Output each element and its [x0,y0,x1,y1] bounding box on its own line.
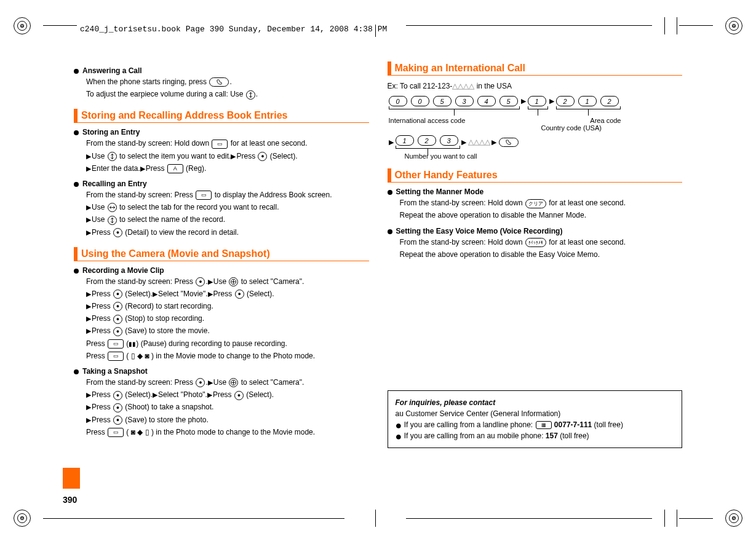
group-intl-access: 0 0 5 3 4 5 [389,96,520,109]
memo-key-icon: ｸｲｯｸﾒﾓ [525,238,546,247]
sub-voice-memo: Setting the Easy Voice Memo (Voice Recor… [388,227,683,235]
leftright-key-icon [108,203,117,212]
sub-title: Storing an Entry [82,128,140,136]
digit-key: 3 [440,135,458,146]
crop-line [664,17,665,34]
group-area-code: 2 1 2 [556,96,621,109]
body-text: ▶Press ● (Save) to store the movie. [86,325,369,337]
sub-storing-entry: Storing an Entry [74,128,369,136]
label-number-to-call: Number you want to call [405,152,683,160]
section-camera: Using the Camera (Movie and Snapshot) [74,247,369,261]
registration-mark-icon [725,17,742,34]
triangle-placeholder-icon: △△△△ [452,82,474,90]
updown-key-icon [108,152,117,161]
inquiries-sub: au Customer Service Center (General Info… [396,408,675,419]
sub-title: Recording a Movie Clip [82,266,164,275]
body-text: When the phone starts ringing, press . [86,76,369,88]
digit-key: 5 [433,96,452,106]
group-country-code: 1 [528,96,548,109]
center-key-icon: ● [258,152,267,161]
sub-title: Taking a Snapshot [82,367,148,376]
body-text: From the stand-by screen: Hold down ▭ fo… [86,138,369,149]
diamond-icon: ◆ [137,428,143,436]
addressbook-key-icon: ▭ [108,352,124,361]
inquiries-box: For inquiries, please contact au Custome… [388,390,683,448]
page-number: 390 [63,495,77,505]
sub-title: Setting the Easy Voice Memo (Voice Recor… [396,227,563,235]
nav-key-icon [229,378,238,387]
page-content: Answering a Call When the phone starts r… [74,61,682,495]
side-tab-label: 簡易英語 [67,463,76,465]
nav-key-icon [229,277,238,286]
crop-line [679,25,713,26]
pause-icon: ▮▮ [129,341,136,347]
body-text: ▶Press ● (Save) to store the photo. [86,414,369,426]
section-other-features: Other Handy Features [388,168,683,183]
body-text: From the stand-by screen: Press ▭ to dis… [86,189,369,201]
movie-icon: ▯ [131,352,135,360]
center-key-icon: ● [234,391,244,400]
body-text: ▶Press ● (Select).▶Select "Photo".▶Press… [86,389,369,401]
center-key-icon: ● [113,327,122,336]
body-text: ▶Press ● (Shoot) to take a snapshot. [86,401,369,413]
digit-key: 1 [396,135,414,146]
freecall-icon: ▦ [536,421,552,429]
digit-key: 2 [418,135,436,146]
call-key-icon [499,138,519,147]
page-header-meta: c240_j_torisetsu.book Page 390 Sunday, D… [80,25,387,34]
triangle-placeholder-icon: △△△△ [468,138,490,146]
center-key-icon: ● [196,277,205,286]
left-column: Answering a Call When the phone starts r… [74,61,369,495]
body-text: ▶Press ● (Record) to start recording. [86,301,369,312]
addressbook-key-icon: ▭ [212,140,228,149]
digit-key: 0 [411,96,429,106]
crop-line [677,510,677,527]
center-key-icon: ● [113,403,122,412]
digit-key: 4 [477,96,496,106]
body-text: From the stand-by screen: Hold down クリア … [400,197,683,209]
inquiries-line: ● If you are calling from an au mobile p… [396,430,675,441]
right-column: Making an International Call Ex: To call… [388,61,683,495]
crop-line [43,25,77,26]
sub-answering-call: Answering a Call [74,66,369,75]
body-text: Press ▭ (▮▮) (Pause) during recording to… [86,338,369,350]
body-text: Press ▭ ( ▯ ◆ ◙ ) in the Movie mode to c… [86,350,369,362]
dial-row-2: ▶ 1 2 3 ▶ △△△△ ▶ [389,135,683,149]
center-key-icon: ● [113,290,122,299]
body-text: From the stand-by screen: Hold down ｸｲｯｸ… [400,237,683,248]
movie-icon: ▯ [145,428,149,436]
app-key-icon: A [167,164,183,173]
label-intl-access: International access code [389,117,512,132]
addressbook-key-icon: ▭ [196,191,212,200]
registration-mark-icon [725,510,742,527]
crop-line [43,518,344,519]
group-number: 1 2 3 [396,135,460,149]
center-key-icon: ● [113,416,122,425]
sub-manner-mode: Setting the Manner Mode [388,187,683,196]
camera-icon: ◙ [131,428,135,436]
body-text: From the stand-by screen: Press ●.▶Use t… [86,377,369,388]
crop-line [677,17,677,34]
sub-title: Answering a Call [82,66,142,75]
digit-key: 2 [600,96,619,106]
center-key-icon: ● [196,378,205,387]
crop-line [664,510,665,527]
crop-line [679,518,713,519]
diamond-icon: ◆ [137,352,143,360]
body-text: ▶Press ● (Stop) to stop recording. [86,313,369,325]
inquiries-line: ● If you are calling from a landline pho… [396,419,675,430]
section-storing-recalling: Storing and Recalling Address Book Entri… [74,109,369,123]
updown-key-icon [108,216,117,225]
digit-key: 1 [578,96,597,106]
sub-snapshot: Taking a Snapshot [74,367,369,376]
updown-key-icon [246,90,255,100]
tel-number: 157 [546,432,558,440]
label-country-area: Area code Country code (USA) [541,117,627,132]
registration-mark-icon [14,17,31,34]
call-key-icon [209,77,229,87]
body-text: ▶Use to select the tab for the record yo… [86,202,369,213]
center-key-icon: ● [113,228,122,237]
side-tab: 簡易英語 [63,463,80,489]
body-text: ▶Enter the data.▶Press A (Reg). [86,163,369,175]
dial-row-1: 0 0 5 3 4 5 ▶ 1 ▶ [389,96,683,109]
